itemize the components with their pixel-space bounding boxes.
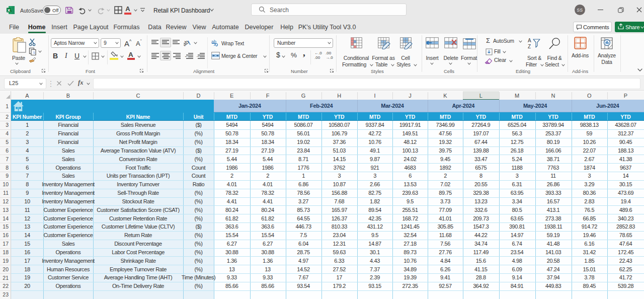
svg-text:Z: Z — [528, 44, 531, 49]
svg-text:X: X — [8, 8, 11, 13]
svg-text:A: A — [528, 38, 531, 43]
